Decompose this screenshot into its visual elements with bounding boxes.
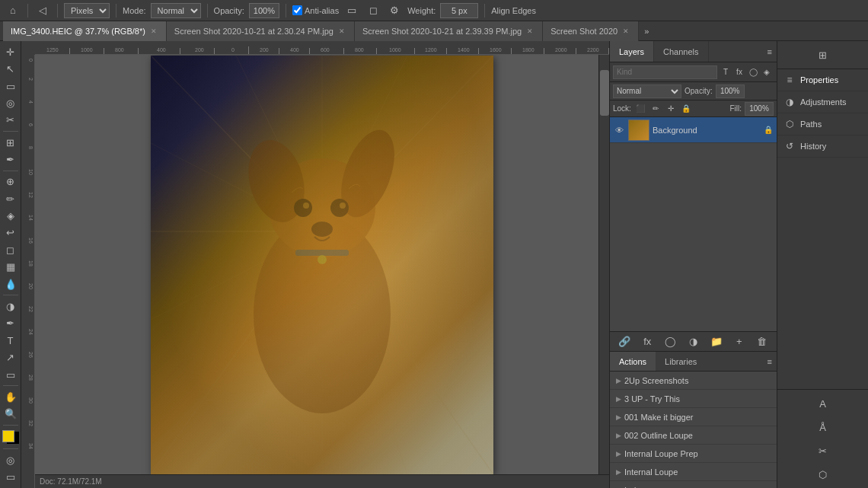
tab-overflow-button[interactable]: » (639, 21, 654, 41)
properties-toggle[interactable]: ⊞ (812, 44, 834, 65)
opacity-input[interactable] (249, 3, 279, 18)
lock-transparent-button[interactable]: ⬛ (634, 103, 646, 115)
text-tool[interactable]: T (2, 333, 20, 348)
history-item[interactable]: ↺ History (777, 136, 868, 158)
fill-input[interactable] (745, 102, 774, 116)
search-filter-mask[interactable]: ◯ (747, 66, 759, 78)
properties-label: Properties (800, 75, 838, 85)
ruler-tick (309, 48, 310, 54)
shape-tool[interactable]: ▭ (2, 367, 20, 382)
quick-mask-tool[interactable]: ◎ (2, 452, 20, 467)
link-layers-button[interactable]: 🔗 (617, 334, 632, 349)
properties-item[interactable]: ≡ Properties (777, 69, 868, 91)
svg-line-9 (322, 231, 407, 474)
lock-position-button[interactable]: ✛ (665, 103, 677, 115)
actions-tab[interactable]: Actions (610, 352, 656, 371)
antialias-checkbox[interactable] (292, 5, 302, 15)
panel-icon-3[interactable]: ✂ (812, 440, 834, 461)
search-filter-smart[interactable]: ◈ (761, 66, 773, 78)
clone-tool[interactable]: ◈ (2, 208, 20, 223)
blend-mode-select[interactable]: Normal (613, 85, 681, 98)
tab-2[interactable]: Screen Shot 2020-10-21 at 2.39.39 PM.jpg… (355, 21, 543, 41)
eyedropper-tool[interactable]: ✒ (2, 152, 20, 167)
adjustments-label: Adjustments (800, 97, 847, 107)
home-icon[interactable]: ⌂ (5, 2, 21, 19)
tab-3-close[interactable]: ✕ (621, 27, 630, 36)
actions-panel-menu[interactable]: ≡ (763, 352, 777, 371)
selection-tool[interactable]: ↖ (2, 61, 20, 76)
lasso-tool[interactable]: ◎ (2, 95, 20, 110)
search-filter-T[interactable]: T (720, 66, 732, 78)
action-item-5[interactable]: ▶ Internal Loupe (610, 463, 777, 481)
tab-1[interactable]: Screen Shot 2020-10-21 at 2.30.24 PM.jpg… (167, 21, 355, 41)
brush-tool[interactable]: ✏ (2, 191, 20, 206)
eraser-tool[interactable]: ◻ (2, 242, 20, 257)
ruler-v-14: 14 (28, 215, 34, 221)
crop-tool[interactable]: ⊞ (2, 135, 20, 150)
lock-image-button[interactable]: ✏ (649, 103, 662, 115)
layer-row-background[interactable]: 👁 Background 🔒 (610, 117, 777, 143)
canvas-content (35, 55, 609, 474)
gradient-tool[interactable]: ▦ (2, 260, 20, 275)
ruler-tick (414, 48, 415, 54)
image-canvas[interactable] (151, 56, 493, 474)
layer-visibility-toggle[interactable]: 👁 (613, 124, 625, 136)
ruler-tick (279, 48, 279, 54)
tab-2-close[interactable]: ✕ (525, 27, 535, 36)
action-item-4[interactable]: ▶ Internal Loupe Prep (610, 445, 777, 463)
blur-tool[interactable]: 💧 (2, 276, 20, 292)
add-layer-button[interactable]: + (732, 334, 747, 349)
scrollbar-thumb[interactable] (600, 70, 609, 116)
move-tool[interactable]: ✛ (2, 44, 20, 59)
ruler-tick (180, 48, 180, 54)
action-label-1: 3 UP - Try This (624, 394, 680, 403)
new-panel-icon[interactable]: A (812, 393, 834, 414)
path-select-tool[interactable]: ↗ (2, 349, 20, 365)
action-item-2[interactable]: ▶ 001 Make it bigger (610, 408, 777, 426)
marquee-tool[interactable]: ▭ (2, 78, 20, 94)
tab-0-close[interactable]: ✕ (149, 27, 158, 36)
layer-opacity-input[interactable] (716, 85, 745, 98)
layers-search-input[interactable] (613, 65, 717, 79)
shape-icon1[interactable]: ▭ (343, 2, 360, 19)
libraries-tab[interactable]: Libraries (656, 352, 706, 371)
lock-all-button[interactable]: 🔒 (680, 103, 692, 115)
gear-icon[interactable]: ⚙ (386, 2, 403, 19)
tab-3[interactable]: Screen Shot 2020 ✕ (543, 21, 639, 41)
action-item-0[interactable]: ▶ 2Up Screenshots (610, 372, 777, 390)
healing-tool[interactable]: ⊕ (2, 174, 20, 190)
shape-icon2[interactable]: ◻ (365, 2, 381, 19)
action-item-6[interactable]: ▶ Index (610, 481, 777, 488)
paths-item[interactable]: ⬡ Paths (777, 113, 868, 136)
zoom-tool[interactable]: 🔍 (2, 407, 20, 422)
magic-wand-tool[interactable]: ✂ (2, 113, 20, 128)
tool-sep-6 (3, 448, 18, 449)
panel-icon-2[interactable]: Å (812, 416, 834, 438)
delete-layer-button[interactable]: 🗑 (755, 334, 770, 349)
add-style-button[interactable]: fx (640, 334, 655, 349)
panel-icon-4[interactable]: ⬡ (812, 464, 834, 485)
hand-tool[interactable]: ✋ (2, 389, 20, 404)
tab-0[interactable]: IMG_3400.HEIC @ 37.7% (RGB/8*) ✕ (3, 21, 167, 41)
add-group-button[interactable]: 📁 (709, 334, 724, 349)
layers-tab[interactable]: Layers (610, 41, 654, 62)
add-mask-button[interactable]: ◯ (662, 334, 678, 349)
color-swatches[interactable] (2, 430, 19, 445)
pen-tool[interactable]: ✒ (2, 316, 20, 331)
add-adjustment-button[interactable]: ◑ (685, 334, 700, 349)
weight-input[interactable] (440, 3, 478, 18)
search-filter-fx[interactable]: fx (733, 66, 745, 78)
adjustments-item[interactable]: ◑ Adjustments (777, 91, 868, 113)
units-select[interactable]: Pixels (64, 3, 110, 18)
action-item-1[interactable]: ▶ 3 UP - Try This (610, 390, 777, 408)
action-item-3[interactable]: ▶ 002 Outline Loupe (610, 426, 777, 445)
screen-mode-tool[interactable]: ▭ (2, 470, 20, 485)
back-icon[interactable]: ◁ (34, 2, 51, 19)
dodge-tool[interactable]: ◑ (2, 298, 20, 314)
panel-menu-button[interactable]: ≡ (763, 41, 777, 62)
tab-1-close[interactable]: ✕ (337, 27, 346, 36)
mode-select[interactable]: Normal (151, 3, 201, 18)
vertical-scrollbar[interactable] (598, 55, 609, 474)
history-brush-tool[interactable]: ↩ (2, 225, 20, 241)
channels-tab[interactable]: Channels (654, 41, 708, 62)
